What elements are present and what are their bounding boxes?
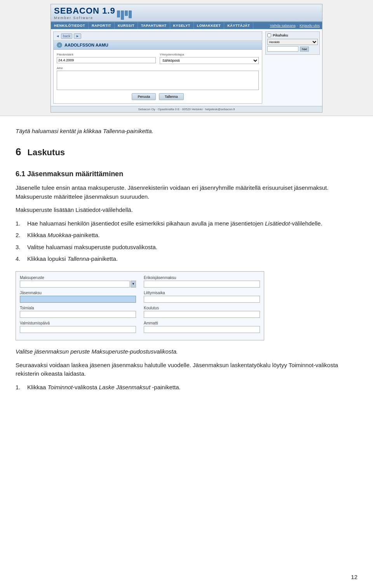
step-2-text: Klikkaa Muokkaa-painiketta. <box>27 231 100 240</box>
step-3: 3. Valitse haluamasi maksuperuste pudotu… <box>16 243 357 252</box>
step-4-text: Klikkaa lopuksi Tallenna-painiketta. <box>27 255 118 264</box>
sebacon-nav: HENKILÖTIEDOT RAPORTIT KURSSIT TAPAHTUMA… <box>51 22 322 29</box>
person-icon: + <box>57 42 62 48</box>
step-4-num: 4. <box>16 255 23 264</box>
peruuta-button[interactable]: Peruuta <box>132 93 156 100</box>
nav-tapahtumat[interactable]: TAPAHTUMAT <box>138 22 170 29</box>
section6-number: 6 <box>16 146 21 158</box>
logo-sub-text: Member Software <box>54 16 93 20</box>
nav-kurssit[interactable]: KURSSIT <box>115 22 138 29</box>
nav-buttons: ◄ back ► <box>54 32 262 41</box>
screenshot-caption: Täytä haluamasi kentät ja klikkaa Tallen… <box>16 128 357 134</box>
maksuperuste-dropdown-icon[interactable]: ▼ <box>131 281 136 288</box>
yhteys-label: Yhteydenottotapa <box>160 53 259 56</box>
koulutus-label: Koulutus <box>144 306 260 310</box>
jasenmaksu-input[interactable] <box>20 296 136 303</box>
jasenmaksu-label: Jäsenmaksu <box>20 291 136 295</box>
sebacon-logo: SEBACON 1.9 Member Software <box>54 6 115 20</box>
toimiala-label: Toimiala <box>20 306 136 310</box>
pikahaku-box: Pikahaku Henkilö hae <box>265 31 320 55</box>
aihe-textarea[interactable] <box>57 71 259 90</box>
nav-henkilotiedot[interactable]: HENKILÖTIEDOT <box>51 22 89 29</box>
sebacon-main-panel: ◄ back ► + AADOLFSSON AAMU Päivämäärä <box>53 31 262 104</box>
form-ss-row-1: Maksuperuste ▼ Erikoisjäsenmaksu <box>20 276 260 288</box>
form-buttons: Peruuta Tallenna <box>57 93 259 100</box>
form-screenshot: Maksuperuste ▼ Erikoisjäsenmaksu Jäsenma… <box>16 271 264 340</box>
vaihda-salasana-link[interactable]: Vaihda salasana <box>270 24 296 28</box>
maksuperuste-label: Maksuperuste <box>20 276 136 280</box>
sebacon-app: SEBACON 1.9 Member Software HENKILÖTIEDO… <box>51 4 322 113</box>
nav-lomakkeet[interactable]: LOMAKKEET <box>194 22 225 29</box>
maksuperuste-field: Maksuperuste ▼ <box>20 276 136 288</box>
form-ss-row-2: Jäsenmaksu Liittymisaika <box>20 291 260 303</box>
ammatti-input[interactable] <box>144 326 260 333</box>
step-1: 1. Hae haluamasi henkilön jäsentiedot es… <box>16 219 357 228</box>
aihe-field: Aihe <box>57 66 259 90</box>
maksuperuste-input-row: ▼ <box>20 281 136 288</box>
page-number: 12 <box>351 574 357 580</box>
yhteys-select[interactable]: Sähköposti <box>160 57 259 64</box>
section6-header: 6 Laskutus <box>16 146 357 165</box>
step-4: 4. Klikkaa lopuksi Tallenna-painiketta. <box>16 255 357 264</box>
liittymisaika-field: Liittymisaika <box>144 291 260 303</box>
pikahaku-input[interactable] <box>267 46 298 52</box>
paivamaara-input[interactable] <box>57 57 156 63</box>
step2-1-num: 1. <box>16 383 23 392</box>
pikahaku-label: Pikahaku <box>273 33 288 37</box>
para-3: Seuraavaksi voidaan laskea jäsenen jäsen… <box>16 361 357 378</box>
sebacon-sidebar: Pikahaku Henkilö hae <box>265 31 320 104</box>
sebacon-footer: Sebacon Oy · Opastinsilta 0 E · 00520 He… <box>51 106 322 112</box>
form-row-1: Päivämäärä Yhteydenottotapa Sähköposti <box>57 53 259 64</box>
pikahaku-select[interactable]: Henkilö <box>267 39 318 45</box>
section6-title: Laskutus <box>27 147 65 158</box>
liittymisaika-label: Liittymisaika <box>144 291 260 295</box>
yhteys-field: Yhteydenottotapa Sähköposti <box>160 53 259 64</box>
logo-bar-2 <box>121 10 124 20</box>
koulutus-input[interactable] <box>144 311 260 318</box>
logo-row: SEBACON 1.9 Member Software <box>54 6 132 20</box>
koulutus-field: Koulutus <box>144 306 260 318</box>
valmistumispaiva-input[interactable] <box>20 326 136 333</box>
tallenna-button[interactable]: Tallenna <box>159 93 184 100</box>
form-area: Päivämäärä Yhteydenottotapa Sähköposti <box>54 50 262 103</box>
person-header: + AADOLFSSON AAMU <box>54 41 262 50</box>
pikahaku-select-row: Henkilö <box>267 39 318 45</box>
doc-content: Täytä haluamasi kentät ja klikkaa Tallen… <box>0 116 373 406</box>
back-icon: ◄ <box>56 34 59 38</box>
pikahaku-checkbox[interactable] <box>267 33 271 37</box>
screenshot-area: SEBACON 1.9 Member Software HENKILÖTIEDO… <box>0 0 373 116</box>
logo-bar-4 <box>129 10 132 18</box>
step-3-num: 3. <box>16 243 23 252</box>
steps-list-2: 1. Klikkaa Toiminnot-valikosta Laske Jäs… <box>16 383 357 392</box>
liittymisaika-input[interactable] <box>144 296 260 303</box>
maksuperuste-input[interactable] <box>20 281 130 288</box>
para-1: Jäsenelle tulee ensin antaa maksuperuste… <box>16 184 357 201</box>
logo-bar-3 <box>125 10 128 16</box>
nav-kayttajat[interactable]: KÄYTTÄJÄT <box>224 22 253 29</box>
form-ss-row-4: Valmistumispäivä Ammatti <box>20 321 260 333</box>
nav-kyselyt[interactable]: KYSELYT <box>170 22 194 29</box>
pikahaku-search-button[interactable]: hae <box>300 47 309 52</box>
back-button[interactable]: back <box>61 33 72 39</box>
aihe-label: Aihe <box>57 66 259 70</box>
valmistumispaiva-field: Valmistumispäivä <box>20 321 136 333</box>
ammatti-field: Ammatti <box>144 321 260 333</box>
para-2: Maksuperuste lisätään Lisätiedot-välileh… <box>16 206 357 215</box>
step-1-num: 1. <box>16 219 23 228</box>
erikoisjasenmaksu-label: Erikoisjäsenmaksu <box>144 276 260 280</box>
toimiala-input[interactable] <box>20 311 136 318</box>
form-ss-row-3: Toimiala Koulutus <box>20 306 260 318</box>
kirjaudu-ulos-link[interactable]: Kirjaudu ulos <box>300 24 320 28</box>
forward-button[interactable]: ► <box>74 33 81 39</box>
section61-title: 6.1 Jäsenmaksun määrittäminen <box>16 170 357 178</box>
step2-1: 1. Klikkaa Toiminnot-valikosta Laske Jäs… <box>16 383 357 392</box>
form-caption: Valitse jäsenmaksun peruste Maksuperuste… <box>16 348 357 355</box>
ammatti-label: Ammatti <box>144 321 260 325</box>
nav-raportit[interactable]: RAPORTIT <box>89 22 115 29</box>
nav-separator: · <box>297 24 298 28</box>
logo-bars <box>117 10 132 20</box>
nav-right: Vaihda salasana · Kirjaudu ulos <box>270 24 322 28</box>
erikoisjasenmaksu-input[interactable] <box>144 281 260 288</box>
form-row-2: Aihe <box>57 66 259 90</box>
pikahaku-title: Pikahaku <box>267 33 318 37</box>
